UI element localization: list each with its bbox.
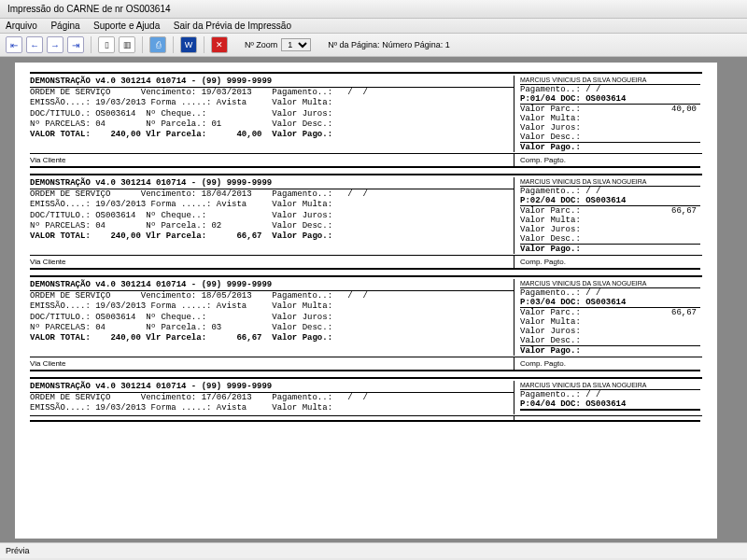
r-multa: Valor Multa: — [520, 317, 700, 327]
customer-name: MARCIUS VINICIUS DA SILVA NOGUEIRA — [520, 279, 700, 288]
zoom-select[interactable]: 1 — [281, 38, 311, 51]
stub-line-total: VALOR TOTAL: 240,00 Vlr Parcela: 40,00 V… — [30, 130, 514, 140]
menu-suporte[interactable]: Suporte e Ajuda — [93, 21, 160, 31]
r-multa: Valor Multa: — [520, 216, 700, 225]
r-desc — [520, 410, 700, 411]
single-page-icon[interactable]: ▯ — [98, 36, 115, 53]
r-juros: Valor Juros: — [520, 225, 700, 234]
last-page-icon[interactable]: ⇥ — [67, 36, 84, 53]
print-page: DEMONSTRAÇÃO v4.0 301214 010714 - (99) 9… — [15, 63, 717, 539]
stub-line-4: Nº PARCELAS: 04 Nº Parcela.: 02 Valor De… — [30, 221, 514, 231]
r-desc: Valor Desc.: — [520, 133, 700, 143]
via-cliente — [30, 416, 514, 422]
r-pagamento: Pagamento..: / / — [520, 85, 700, 94]
multi-page-icon[interactable]: ▥ — [119, 36, 135, 53]
stub-line-1: ORDEM DE SERVIÇO Vencimento: 18/05/2013 … — [30, 291, 514, 301]
stub-line-2: EMISSÃO....: 19/03/2013 Forma .....: Avi… — [30, 403, 514, 413]
r-parc-value: 66,67 — [671, 308, 697, 317]
page-number-label: Nº da Página: Número Página: 1 — [328, 40, 449, 49]
r-parc-label: Valor Parc.: — [520, 105, 581, 114]
r-pago: Valor Pago.: — [520, 346, 700, 356]
via-cliente: Via Cliente — [30, 357, 514, 371]
stub-line-total: VALOR TOTAL: 240,00 Vlr Parcela: 66,67 V… — [30, 231, 514, 242]
r-pago: Valor Pago.: — [520, 245, 700, 254]
r-doc: P:01/04 DOC: OS003614 — [520, 94, 700, 105]
via-cliente: Via Cliente — [30, 256, 514, 270]
close-preview-icon[interactable]: ✕ — [211, 36, 228, 53]
customer-name: MARCIUS VINICIUS DA SILVA NOGUEIRA — [520, 381, 700, 390]
r-parc-value: 66,67 — [671, 206, 697, 216]
zoom-label: Nº Zoom — [245, 40, 277, 49]
r-pagamento: Pagamento..: / / — [520, 288, 700, 298]
r-multa: Valor Multa: — [520, 114, 700, 123]
comp-pagto — [514, 416, 700, 422]
demo-header: DEMONSTRAÇÃO v4.0 301214 010714 - (99) 9… — [30, 279, 514, 291]
demo-header: DEMONSTRAÇÃO v4.0 301214 010714 - (99) 9… — [30, 381, 514, 393]
r-parc-label: Valor Parc.: — [520, 308, 581, 317]
r-parc-label: Valor Parc.: — [520, 206, 581, 216]
stub-line-3: DOC/TITULO.: OS003614 Nº Cheque..: Valor… — [30, 211, 514, 221]
comp-pagto: Comp. Pagto. — [514, 256, 700, 270]
menu-sair[interactable]: Sair da Prévia de Impressão — [174, 21, 291, 31]
stub-line-2: EMISSÃO....: 19/03/2013 Forma .....: Avi… — [30, 98, 514, 108]
prev-page-icon[interactable]: ← — [26, 36, 43, 53]
r-parc-value: 40,00 — [671, 105, 697, 114]
payment-stub: DEMONSTRAÇÃO v4.0 301214 010714 - (99) 9… — [30, 377, 702, 422]
customer-name: MARCIUS VINICIUS DA SILVA NOGUEIRA — [520, 76, 700, 85]
stub-line-3: DOC/TITULO.: OS003614 Nº Cheque..: Valor… — [30, 109, 514, 119]
payment-stub: DEMONSTRAÇÃO v4.0 301214 010714 - (99) 9… — [30, 72, 702, 168]
print-icon[interactable]: ⎙ — [149, 36, 166, 53]
r-doc: P:03/04 DOC: OS003614 — [520, 298, 700, 308]
r-juros: Valor Juros: — [520, 123, 700, 133]
via-cliente: Via Cliente — [30, 154, 514, 168]
menu-arquivo[interactable]: Arquivo — [6, 21, 37, 31]
demo-header: DEMONSTRAÇÃO v4.0 301214 010714 - (99) 9… — [30, 76, 514, 88]
comp-pagto: Comp. Pagto. — [514, 154, 700, 168]
preview-area: DEMONSTRAÇÃO v4.0 301214 010714 - (99) 9… — [0, 57, 747, 542]
tool-bar: ⇤ ← → ⇥ ▯ ▥ ⎙ W ✕ Nº Zoom 1 Nº da Página… — [0, 34, 747, 57]
menu-pagina[interactable]: Página — [50, 21, 79, 31]
window-title: Impressão do CARNE de nr OS003614 — [0, 0, 747, 19]
r-doc: P:04/04 DOC: OS003614 — [520, 399, 700, 410]
r-pago: Valor Pago.: — [520, 143, 700, 152]
next-page-icon[interactable]: → — [47, 36, 63, 53]
status-bar: Prévia — [0, 542, 747, 558]
stub-line-4: Nº PARCELAS: 04 Nº Parcela.: 01 Valor De… — [30, 119, 514, 130]
r-desc: Valor Desc.: — [520, 234, 700, 245]
menu-bar: Arquivo Página Suporte e Ajuda Sair da P… — [0, 19, 747, 34]
r-desc: Valor Desc.: — [520, 336, 700, 346]
stub-line-1: ORDEM DE SERVIÇO Vencimento: 17/06/2013 … — [30, 393, 514, 403]
r-pagamento: Pagamento..: / / — [520, 187, 700, 196]
stub-line-2: EMISSÃO....: 19/03/2013 Forma .....: Avi… — [30, 301, 514, 312]
stub-line-3: DOC/TITULO.: OS003614 Nº Cheque..: Valor… — [30, 313, 514, 323]
stub-line-1: ORDEM DE SERVIÇO Vencimento: 18/04/2013 … — [30, 189, 514, 200]
payment-stub: DEMONSTRAÇÃO v4.0 301214 010714 - (99) 9… — [30, 275, 702, 371]
word-export-icon[interactable]: W — [180, 36, 197, 53]
r-juros: Valor Juros: — [520, 327, 700, 336]
r-pagamento: Pagamento..: / / — [520, 390, 700, 399]
stub-line-4: Nº PARCELAS: 04 Nº Parcela.: 03 Valor De… — [30, 323, 514, 333]
demo-header: DEMONSTRAÇÃO v4.0 301214 010714 - (99) 9… — [30, 177, 514, 189]
comp-pagto: Comp. Pagto. — [514, 357, 700, 371]
payment-stub: DEMONSTRAÇÃO v4.0 301214 010714 - (99) 9… — [30, 174, 702, 270]
stub-line-2: EMISSÃO....: 19/03/2013 Forma .....: Avi… — [30, 200, 514, 210]
stub-line-1: ORDEM DE SERVIÇO Vencimento: 19/03/2013 … — [30, 88, 514, 98]
r-doc: P:02/04 DOC: OS003614 — [520, 196, 700, 206]
first-page-icon[interactable]: ⇤ — [6, 36, 22, 53]
customer-name: MARCIUS VINICIUS DA SILVA NOGUEIRA — [520, 177, 700, 187]
stub-line-total: VALOR TOTAL: 240,00 Vlr Parcela: 66,67 V… — [30, 333, 514, 343]
